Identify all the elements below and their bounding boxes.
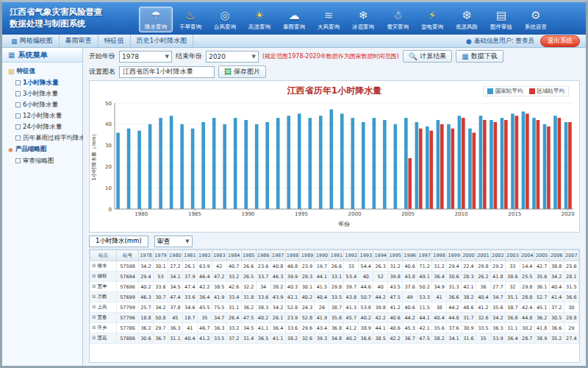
download-button[interactable]: ▦ 数据下载 [456,50,503,63]
value-cell: 34.2 [270,302,285,313]
toolbar-item-settings[interactable]: ⚙系统设置 [519,7,553,32]
calc-button[interactable]: 🔍 计算结果 [403,50,452,63]
checkbox-icon[interactable] [15,102,21,107]
value-cell: 37.6 [447,323,462,333]
expand-icon[interactable]: ⊞ [92,325,98,330]
station-name: 宜春 [98,314,107,320]
tree-item[interactable]: 24小时降水量 [4,121,81,132]
toolbar-item-lightning[interactable]: ⚡雷电查询 [415,7,449,32]
value-cell: 27.2 [168,261,182,272]
station-name-cell[interactable]: ⊞ 万载 [90,292,117,302]
checkbox-icon[interactable] [15,158,21,163]
expand-icon[interactable]: ⊞ [92,263,98,269]
toolbar-item-heat[interactable]: ☀高温查询 [243,7,276,32]
review-select[interactable]: 审查 ▼ [154,236,193,247]
save-image-button[interactable]: 🖼 保存图片 [218,66,266,78]
table-row[interactable]: ⊞ 宜春5779618.850.84518.73534.726.447.540.… [90,313,579,323]
expand-icon[interactable]: ⊞ [92,273,98,279]
tree-group-1[interactable]: ▧特征值 [4,66,81,77]
checkbox-icon[interactable] [15,80,21,85]
station-name-cell[interactable]: ⊞ 莲花 [90,333,117,344]
table-row[interactable]: ⊞ 万载5769946.330.747.433.636.441.933.431.… [90,292,579,302]
value-cell: 38.9 [359,323,373,333]
toolbar-item-rain[interactable]: ☂降水查询 [139,7,173,32]
value-cell: 36.2 [534,313,549,323]
toolbar-item-snow[interactable]: ☃雪灾查询 [381,7,415,32]
svg-text:年份: 年份 [338,221,350,227]
toolbar-item-drought[interactable]: ♨干旱查询 [173,7,207,32]
start-year-select[interactable]: 1978 ▼ [119,51,172,63]
value-cell: 40.4 [182,333,197,344]
toolbar-item-typhoon[interactable]: ◎台风查询 [208,7,242,32]
tree-item[interactable]: 12小时降水量 [4,110,81,121]
value-cell: 46.7 [197,323,212,333]
checkbox-icon[interactable] [15,113,21,118]
chevron-down-icon: ▼ [252,54,256,60]
tab-item-1[interactable]: ▦网格编校图 [5,35,60,47]
station-table: 站点站号197819791980198119821983198419851986… [90,250,579,344]
tree-group-2[interactable]: ◉产品缩略图 [4,144,81,155]
value-cell: 36.3 [212,323,226,333]
table-row[interactable]: ⊞ 修水5759834.230.127.226.163.94240.726.62… [90,261,579,272]
toolbar-item-review[interactable]: ▤图件审核 [484,7,518,32]
sidebar-title: ▦ 系统菜单 [2,48,82,63]
end-year-select[interactable]: 2020 ▼ [206,51,259,63]
value-cell: 31.5 [564,282,578,292]
toolbar-item-cold[interactable]: ❆低温风险 [450,7,484,32]
tab-item-4[interactable]: 历史1小时降水图 [131,35,194,47]
value-cell: 33 [344,261,359,272]
value-type-box[interactable]: 1小时降水(mm) [89,236,148,247]
value-cell: 42.1 [285,292,300,302]
checkbox-icon[interactable] [15,135,21,141]
col-header-id: 站号 [117,250,139,261]
toolbar-item-hail[interactable]: ❄冰雹查询 [346,7,380,32]
tree-item[interactable]: 3小时降水量 [4,88,81,99]
tab-item-2[interactable]: 暴雨审查 [60,35,98,47]
value-cell: 53.3 [417,292,432,302]
expand-icon[interactable]: ⊞ [92,294,98,300]
table-row[interactable]: ⊞ 上高5779925.734.237.834.645.575.531.136.… [90,302,579,313]
value-cell: 33 [505,261,520,272]
station-name-cell[interactable]: ⊞ 萍乡 [90,323,117,333]
station-id-cell: 57694 [117,272,139,282]
logout-button[interactable]: 退出系统 [540,35,580,47]
tree-item[interactable]: 审查缩略图 [4,155,81,166]
toolbar-item-storm[interactable]: ☁暴雨查询 [277,7,311,32]
app-title-line1: 江西省气象灾害风险普查 [10,7,139,18]
expand-icon[interactable]: ⊞ [92,283,98,289]
value-cell: 35 [197,313,212,323]
value-cell: 18.7 [182,313,197,323]
value-cell: 40.7 [226,261,241,272]
value-cell: 34.1 [447,333,462,344]
tab-item-3[interactable]: 特征值 [98,35,131,47]
table-row[interactable]: ⊞ 莲花5788630.636.731.140.441.233.537.231.… [90,333,579,344]
station-name-cell[interactable]: ⊞ 上高 [90,302,117,313]
value-cell: 28.1 [564,272,578,282]
expand-icon[interactable]: ⊞ [92,335,98,341]
chart-name-input[interactable]: 江西省历年1小时降水量 [119,66,215,78]
station-name-cell[interactable]: ⊞ 宜丰 [90,282,117,292]
station-table-wrap[interactable]: 站点站号197819791980198119821983198419851986… [89,249,580,363]
expand-icon[interactable]: ⊞ [92,304,98,310]
value-cell: 41.8 [534,323,549,333]
tree-item[interactable]: 历年暴雨过程平均降水量 [4,132,81,144]
table-row[interactable]: ⊞ 铜鼓5769429.45334.137.946.447.233.226.53… [90,272,579,282]
checkbox-icon[interactable] [15,124,21,130]
value-cell: 27.4 [564,333,578,344]
table-row[interactable]: ⊞ 萍乡5778636.229.736.34146.736.333.234.54… [90,323,579,333]
value-cell: 34.8 [329,333,344,344]
station-name: 宜丰 [98,283,107,289]
value-cell: 50.2 [417,282,432,292]
station-name-cell[interactable]: ⊞ 铜鼓 [90,272,117,282]
value-cell: 40.4 [476,292,490,302]
expand-icon[interactable]: ⊞ [92,314,98,320]
checkbox-icon[interactable] [15,91,21,96]
station-name-cell[interactable]: ⊞ 修水 [90,261,117,272]
value-cell: 40.2 [344,333,359,344]
tree-item[interactable]: 6小时降水量 [4,99,81,110]
station-name-cell[interactable]: ⊞ 宜春 [90,313,117,323]
tree-item[interactable]: 1小时降水量 [4,77,81,88]
value-cell: 40.6 [388,323,403,333]
toolbar-item-wind[interactable]: ≋大风查询 [312,7,345,32]
table-row[interactable]: ⊞ 宜丰5769640.233.634.547.442.238.542.632.… [90,282,579,292]
